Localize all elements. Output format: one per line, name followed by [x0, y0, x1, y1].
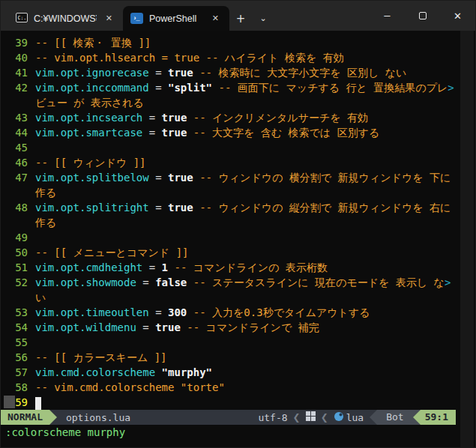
code-segment: 作る — [35, 187, 56, 199]
tab-close-icon[interactable]: ✕ — [209, 12, 222, 25]
code-segment: -- コマンドラインの 表示桁数 — [168, 261, 328, 273]
code-segment: vim.opt.smartcase — [35, 127, 142, 139]
editor-buffer[interactable]: 39-- [[ 検索・ 置換 ]]40-- vim.opt.hlsearch =… — [1, 31, 475, 410]
cursor-block — [35, 397, 41, 410]
line-number: 50 — [2, 245, 28, 260]
code-segment: -- コマンドラインで 補完 — [181, 321, 319, 333]
powerline-separator-icon — [49, 410, 57, 425]
filetype-label: lua — [346, 412, 364, 423]
buffer-row: 53vim.opt.timeoutlen = 300 -- 入力を0.3秒でタイ… — [2, 305, 456, 320]
buffer-row: 44vim.opt.smartcase = true -- 大文字を 含む 検索… — [2, 125, 456, 140]
code-segment: -- [[ カラースキーム ]] — [35, 351, 167, 363]
buffer-row: 40-- vim.opt.hlsearch = true -- ハイライト 検索… — [2, 50, 456, 65]
code-segment: "split" — [168, 82, 212, 94]
code-segment: -- 検索時に 大文字小文字を 区別し ない — [193, 67, 407, 79]
new-tab-button[interactable]: + — [229, 6, 252, 31]
code-segment: true — [162, 112, 187, 124]
code-segment: vim.opt.wildmenu — [35, 321, 136, 333]
line-number: 40 — [2, 50, 28, 65]
close-button[interactable]: ✕ — [440, 1, 475, 31]
cursor-position: 59:1 — [421, 410, 456, 425]
code-segment: true — [168, 172, 193, 184]
code-segment: 1 — [162, 261, 168, 273]
tab-powershell[interactable]: ›_ PowerShell ✕ — [123, 6, 229, 31]
tab-close-icon[interactable]: ✕ — [103, 12, 115, 25]
code-segment: -- ウィンドウの 縦分割で 新規ウィンドウを 右に — [193, 202, 451, 214]
code-segment: vim.opt.inccommand — [35, 82, 149, 94]
tab-dropdown-button[interactable]: ⌄ — [252, 6, 274, 31]
terminal-window: C:. C:¥WINDOWS¥systen ✕ ›_ PowerShell ✕ … — [0, 0, 476, 448]
line-number: 51 — [2, 260, 28, 275]
code-segment: "murphy" — [162, 366, 212, 378]
svg-text:C:.: C:. — [18, 15, 27, 21]
maximize-button[interactable] — [405, 1, 440, 31]
code-segment: -- ステータスラインに 現在のモードを 表示し な — [187, 276, 445, 288]
tab-title: C:¥WINDOWS¥systen — [34, 13, 97, 24]
line-number: 54 — [2, 320, 28, 335]
code-segment: -- vim.cmd.colorscheme "torte" — [35, 381, 225, 393]
code-segment: = — [142, 112, 161, 124]
line-number: 44 — [2, 125, 28, 140]
tab-title: PowerShell — [149, 13, 203, 24]
titlebar: C:. C:¥WINDOWS¥systen ✕ ›_ PowerShell ✕ … — [1, 1, 475, 31]
scrollbar[interactable] — [460, 31, 474, 447]
buffer-row: 49 — [2, 230, 456, 245]
powerline-separator-icon — [370, 410, 377, 425]
code-segment: -- [[ 検索・ 置換 ]] — [35, 37, 151, 49]
line-number: 49 — [2, 230, 28, 245]
powershell-icon: ›_ — [130, 13, 143, 24]
line-number: 55 — [2, 335, 28, 350]
buffer-row: 54vim.opt.wildmenu = true -- コマンドラインで 補完 — [2, 320, 456, 335]
buffer-row: 42vim.opt.inccommand = "split" -- 画面下に マ… — [2, 80, 456, 95]
code-segment: vim.opt.timeoutlen — [35, 306, 149, 318]
code-segment: vim.cmd.colorscheme — [35, 366, 155, 378]
code-segment: = — [142, 261, 161, 273]
scroll-mark — [4, 396, 15, 408]
code-segment: 作る — [35, 217, 56, 228]
statusline: NORMAL options.lua utf-8 ❮ ❮ lua Bot — [1, 410, 456, 425]
statusline-filename: options.lua — [66, 412, 130, 423]
minimize-button[interactable]: ─ — [370, 1, 405, 31]
code-segment: -- [[ メニューとコマンド ]] — [35, 246, 188, 258]
statusline-right: utf-8 ❮ ❮ lua — [258, 411, 364, 424]
buffer-row: 47vim.opt.splitbelow = true -- ウィンドウの 横分… — [2, 170, 456, 185]
buffer-row: 41vim.opt.ignorecase = true -- 検索時に 大文字小… — [2, 65, 456, 80]
scroll-position-label: Bot — [377, 410, 412, 425]
code-segment: false — [155, 276, 187, 288]
line-number: 52 — [2, 275, 28, 290]
line-number: 45 — [2, 140, 28, 155]
code-segment: true — [155, 321, 181, 333]
buffer-row: 作る — [2, 215, 456, 230]
line-number: 53 — [2, 305, 28, 320]
buffer-row: 57vim.cmd.colorscheme "murphy" — [2, 365, 456, 380]
tab-cmd[interactable]: C:. C:¥WINDOWS¥systen ✕ — [8, 6, 123, 31]
code-segment: = — [136, 276, 155, 288]
code-segment: = — [149, 82, 168, 94]
code-segment: vim.opt.incsearch — [35, 112, 142, 124]
powerline-separator-icon — [413, 410, 421, 425]
line-number: 39 — [2, 35, 28, 50]
code-segment: 300 — [168, 306, 187, 318]
code-segment: vim.opt.splitbelow — [35, 172, 149, 184]
code-segment: vim.opt.ignorecase — [35, 67, 149, 79]
buffer-row: い — [2, 290, 456, 305]
line-number: 47 — [2, 170, 28, 185]
code-segment: = — [149, 67, 168, 79]
code-segment: ビュー が 表示される — [35, 97, 144, 109]
code-segment: vim.opt.showmode — [35, 276, 136, 288]
code-segment: true — [168, 202, 193, 214]
code-segment: = — [149, 202, 168, 214]
code-segment: -- [[ ウィンドウ ]] — [35, 157, 146, 169]
buffer-row: ビュー が 表示される — [2, 95, 456, 110]
buffer-row: 作る — [2, 185, 456, 200]
code-segment: = — [142, 127, 161, 139]
terminal-body: 39-- [[ 検索・ 置換 ]]40-- vim.opt.hlsearch =… — [1, 31, 475, 447]
command-line[interactable]: :colorscheme murphy — [1, 425, 475, 440]
code-segment: true — [168, 67, 193, 79]
maximize-icon — [419, 12, 427, 19]
buffer-row: 50-- [[ メニューとコマンド ]] — [2, 245, 456, 260]
code-segment: = — [136, 321, 155, 333]
filetype-chip: lua — [334, 411, 364, 424]
buffer-row: 51vim.opt.cmdheight = 1 -- コマンドラインの 表示桁数 — [2, 260, 456, 275]
code-segment — [155, 366, 161, 378]
